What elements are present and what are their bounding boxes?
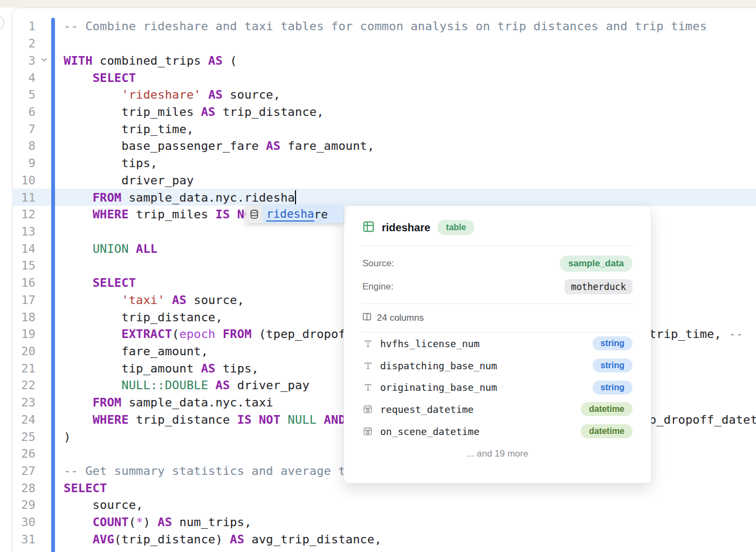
code-line[interactable]: 7 trip_time, [12,120,756,137]
column-name: dispatching_base_num [380,360,593,371]
table-type-badge: table [437,220,475,235]
line-number: 7 [12,122,36,136]
code-text[interactable]: AVG(trip_time) AS avg_trip_time, [51,550,324,552]
table-icon [362,220,375,235]
autocomplete-rest-text: re [314,208,328,221]
database-icon [245,205,263,223]
line-number: 17 [12,293,36,307]
line-number: 20 [12,344,36,358]
popup-field-row: Source:sample_data [344,252,651,275]
fold-chevron-icon[interactable] [40,56,49,66]
code-line[interactable]: 29 source, [12,496,756,514]
line-number: 1 [12,19,36,33]
code-text[interactable]: tips, [51,156,157,170]
calendar-clock-icon [362,426,373,436]
code-text[interactable]: trip_miles AS trip_distance, [51,105,324,119]
line-number: 24 [12,413,36,426]
column-type-badge: datetime [581,424,633,438]
line-number: 32 [12,550,36,552]
line-number: 29 [12,498,36,512]
line-number: 5 [12,88,36,101]
field-label: Source: [362,258,394,269]
code-line[interactable]: 1-- Combine rideshare and taxi tables fo… [12,18,756,35]
columns-count-row: 24 columns [344,304,651,332]
field-value-badge: sample_data [560,256,633,272]
calendar-clock-icon [362,404,373,414]
code-line[interactable]: 8 base_passenger_fare AS fare_amount, [12,137,756,155]
line-number: 19 [12,327,36,341]
code-text[interactable]: WITH combined_trips AS ( [51,54,237,67]
code-line[interactable]: 11 FROM sample_data.nyc.ridesha [12,189,756,206]
code-text[interactable]: -- Combine rideshare and taxi tables for… [51,19,707,33]
line-number: 23 [12,396,36,409]
column-name: hvfhs_license_num [380,338,593,349]
code-line[interactable]: 31 AVG(trip_distance) AS avg_trip_distan… [12,531,756,548]
text-cursor [295,190,296,204]
line-number: 14 [12,242,36,256]
code-text[interactable]: NULL::DOUBLE AS driver_pay [51,378,310,392]
code-line[interactable]: 5 'rideshare' AS source, [12,86,756,104]
code-line[interactable]: 3WITH combined_trips AS ( [12,52,756,69]
code-text[interactable]: 'rideshare' AS source, [51,88,280,101]
column-type-badge: datetime [581,402,633,416]
text-type-icon [362,383,373,392]
line-number: 2 [12,37,36,50]
code-text[interactable]: source, [51,498,143,512]
columns-list: hvfhs_license_numstringdispatching_base_… [344,333,651,442]
field-label: Engine: [362,281,394,292]
code-text[interactable]: AVG(trip_distance) AS avg_trip_distance, [51,533,382,546]
code-line[interactable]: 32 AVG(trip_time) AS avg_trip_time, [12,548,756,552]
autocomplete-match-text: ridesha [266,208,314,222]
column-row: request_datetimedatetime [344,398,651,420]
code-text[interactable]: FROM sample_data.nyc.taxi [51,396,273,409]
line-number: 15 [12,259,36,272]
code-text[interactable]: 'taxi' AS source, [51,293,244,307]
line-number: 13 [12,225,36,238]
code-text[interactable]: SELECT [51,276,136,289]
code-text[interactable]: SELECT [51,71,136,85]
code-text[interactable]: base_passenger_fare AS fare_amount, [51,139,374,153]
line-number: 3 [12,54,36,67]
code-text[interactable]: FROM sample_data.nyc.ridesha [51,191,295,204]
line-number: 9 [12,156,36,170]
code-line[interactable]: 30 COUNT(*) AS num_trips, [12,514,756,531]
code-line[interactable]: 4 SELECT [12,69,756,86]
line-number: 27 [12,464,36,478]
code-text[interactable]: COUNT(*) AS num_trips, [51,515,252,529]
line-number: 12 [12,208,36,221]
column-type-badge: string [593,358,633,372]
line-number: 26 [12,447,36,460]
autocomplete-item-rideshare[interactable]: rideshare [263,205,343,223]
code-line[interactable]: 9 tips, [12,155,756,172]
code-text[interactable]: driver_pay [51,174,194,187]
popup-fields: Source:sample_dataEngine:motherduck [344,246,651,303]
line-number: 11 [12,191,36,204]
line-number: 28 [12,481,36,495]
line-number: 4 [12,71,36,85]
line-number: 18 [12,310,36,324]
code-text[interactable]: SELECT [51,481,107,495]
line-number: 22 [12,378,36,392]
code-text[interactable]: tip_amount AS tips, [51,362,259,375]
code-line[interactable]: 6 trip_miles AS trip_distance, [12,104,756,121]
line-number: 25 [12,430,36,444]
column-type-badge: string [593,336,633,350]
column-type-badge: string [593,381,633,395]
line-number: 16 [12,276,36,289]
cell-focus-bar [51,18,55,552]
code-line[interactable]: 2 [12,35,756,52]
table-info-popup: rideshare table Source:sample_dataEngine… [343,205,651,484]
code-text[interactable]: trip_distance, [51,310,223,324]
code-text[interactable]: UNION ALL [51,242,157,256]
code-text[interactable]: fare_amount, [51,344,208,358]
partial-round-button[interactable] [0,16,4,30]
columns-count-label: 24 columns [377,313,424,323]
line-number: 8 [12,139,36,153]
autocomplete-popup: rideshare [245,205,343,223]
code-line[interactable]: 10 driver_pay [12,171,756,189]
text-type-icon [362,361,373,370]
popup-header: rideshare table [344,206,651,246]
code-text[interactable]: trip_time, [51,122,194,136]
column-name: on_scene_datetime [380,426,581,437]
column-row: hvfhs_license_numstring [344,333,651,355]
